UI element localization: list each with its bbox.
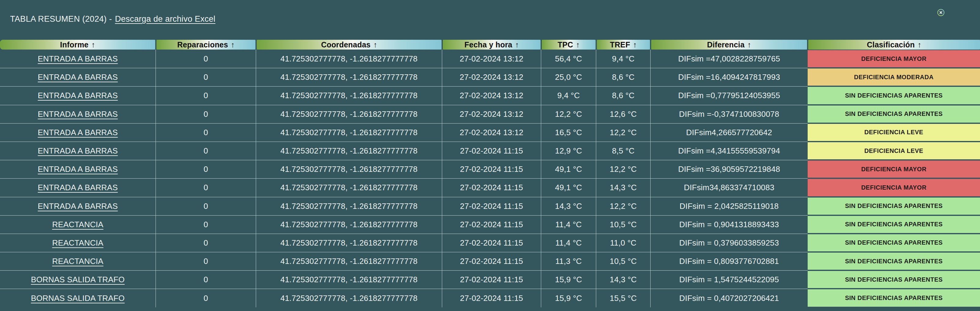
cell-tref: 10,5 °C [596, 252, 651, 270]
page: TABLA RESUMEN (2024) - Descarga de archi… [0, 0, 980, 311]
cell-reparaciones: 0 [156, 234, 256, 252]
cell-tpc: 25,0 °C [541, 68, 596, 86]
cell-reparaciones: 0 [156, 197, 256, 215]
cell-tref: 12,2 °C [596, 160, 651, 178]
status-badge: DEFICIENCIA MODERADA [808, 69, 980, 86]
cell-informe: BORNAS SALIDA TRAFO [0, 289, 156, 307]
column-header-informe[interactable]: Informe↑ [0, 40, 155, 49]
cell-diferencia: DIFsim = 2,0425825119018 [651, 197, 808, 215]
cell-diferencia: DIFsim34,863374710083 [651, 178, 808, 197]
cell-fecha: 27-02-2024 11:15 [442, 160, 541, 178]
cell-tref: 15,5 °C [596, 289, 651, 307]
status-badge: DEFICIENCIA MAYOR [808, 161, 980, 178]
cell-reparaciones: 0 [156, 252, 256, 270]
cell-diferencia: DIFsim = 1,5475244522095 [651, 270, 808, 289]
cell-diferencia: DIFsim =4,34155559539794 [651, 142, 808, 160]
cell-coordenadas: 41.725302777778, -1.2618277777778 [256, 49, 442, 68]
column-label: Fecha y hora [465, 40, 512, 49]
cell-fecha: 27-02-2024 13:12 [442, 68, 541, 86]
cell-clasificacion: SIN DEFICIENCIAS APARENTES [808, 215, 980, 234]
column-label: Reparaciones [177, 40, 228, 49]
cell-coordenadas: 41.725302777778, -1.2618277777778 [256, 197, 442, 215]
cell-reparaciones: 0 [156, 86, 256, 105]
cell-coordenadas: 41.725302777778, -1.2618277777778 [256, 178, 442, 197]
page-title-text: TABLA RESUMEN (2024) - [10, 14, 112, 24]
cell-informe: ENTRADA A BARRAS [0, 123, 156, 142]
cell-coordenadas: 41.725302777778, -1.2618277777778 [256, 215, 442, 234]
cell-reparaciones: 0 [156, 289, 256, 307]
cell-diferencia: DIFsim4,266577720642 [651, 123, 808, 142]
status-badge: SIN DEFICIENCIAS APARENTES [808, 87, 980, 104]
cell-informe: ENTRADA A BARRAS [0, 160, 156, 178]
informe-link[interactable]: REACTANCIA [52, 220, 103, 230]
cell-tpc: 11,4 °C [541, 215, 596, 234]
close-button[interactable] [937, 8, 945, 16]
cell-tref: 12,6 °C [596, 105, 651, 123]
cell-reparaciones: 0 [156, 215, 256, 234]
column-header-coordenadas[interactable]: Coordenadas↑ [257, 40, 442, 49]
column-header-clasificacion[interactable]: Clasificación↑ [808, 40, 980, 49]
column-header-diferencia[interactable]: Diferencia↑ [651, 40, 807, 49]
cell-informe: ENTRADA A BARRAS [0, 142, 156, 160]
cell-diferencia: DIFsim = 0,9041318893433 [651, 215, 808, 234]
informe-link[interactable]: REACTANCIA [52, 257, 103, 266]
column-label: Clasificación [867, 40, 915, 49]
status-badge: SIN DEFICIENCIAS APARENTES [808, 253, 980, 270]
informe-link[interactable]: REACTANCIA [52, 238, 103, 248]
sort-asc-icon: ↑ [374, 40, 377, 49]
cell-tref: 14,3 °C [596, 270, 651, 289]
cell-informe: ENTRADA A BARRAS [0, 105, 156, 123]
cell-tref: 12,2 °C [596, 197, 651, 215]
cell-tref: 8,5 °C [596, 142, 651, 160]
cell-informe: BORNAS SALIDA TRAFO [0, 270, 156, 289]
status-badge: DEFICIENCIA MAYOR [808, 179, 980, 196]
cell-reparaciones: 0 [156, 270, 256, 289]
cell-tref: 9,4 °C [596, 49, 651, 68]
cell-clasificacion: DEFICIENCIA MODERADA [808, 68, 980, 86]
table-row: REACTANCIA041.725302777778, -1.261827777… [0, 215, 980, 234]
table-row: ENTRADA A BARRAS041.725302777778, -1.261… [0, 197, 980, 215]
status-badge: SIN DEFICIENCIAS APARENTES [808, 234, 980, 251]
informe-link[interactable]: ENTRADA A BARRAS [38, 110, 118, 119]
table-row: ENTRADA A BARRAS041.725302777778, -1.261… [0, 49, 980, 68]
cell-informe: ENTRADA A BARRAS [0, 49, 156, 68]
status-badge: SIN DEFICIENCIAS APARENTES [808, 216, 980, 233]
informe-link[interactable]: ENTRADA A BARRAS [38, 128, 118, 137]
cell-clasificacion: DEFICIENCIA LEVE [808, 142, 980, 160]
cell-fecha: 27-02-2024 11:15 [442, 289, 541, 307]
cell-coordenadas: 41.725302777778, -1.2618277777778 [256, 123, 442, 142]
column-label: Coordenadas [321, 40, 371, 49]
informe-link[interactable]: BORNAS SALIDA TRAFO [31, 275, 125, 284]
status-badge: DEFICIENCIA LEVE [808, 142, 980, 159]
informe-link[interactable]: BORNAS SALIDA TRAFO [31, 293, 125, 303]
column-label: TPC [558, 40, 573, 49]
informe-link[interactable]: ENTRADA A BARRAS [38, 164, 118, 174]
cell-tref: 11,0 °C [596, 234, 651, 252]
circle-x-icon [937, 8, 945, 16]
status-badge: SIN DEFICIENCIAS APARENTES [808, 105, 980, 123]
cell-clasificacion: SIN DEFICIENCIAS APARENTES [808, 234, 980, 252]
excel-download-link[interactable]: Descarga de archivo Excel [115, 14, 215, 24]
informe-link[interactable]: ENTRADA A BARRAS [38, 54, 118, 64]
column-header-tpc[interactable]: TPC↑ [542, 40, 596, 49]
column-header-tref[interactable]: TREF↑ [597, 40, 650, 49]
cell-fecha: 27-02-2024 11:15 [442, 197, 541, 215]
cell-tpc: 16,5 °C [541, 123, 596, 142]
informe-link[interactable]: ENTRADA A BARRAS [38, 146, 118, 156]
cell-coordenadas: 41.725302777778, -1.2618277777778 [256, 142, 442, 160]
sort-asc-icon: ↑ [918, 40, 922, 49]
informe-link[interactable]: ENTRADA A BARRAS [38, 91, 118, 100]
cell-reparaciones: 0 [156, 105, 256, 123]
column-header-fecha[interactable]: Fecha y hora↑ [443, 40, 541, 49]
cell-informe: ENTRADA A BARRAS [0, 178, 156, 197]
cell-clasificacion: DEFICIENCIA LEVE [808, 123, 980, 142]
informe-link[interactable]: ENTRADA A BARRAS [38, 72, 118, 82]
informe-link[interactable]: ENTRADA A BARRAS [38, 183, 118, 192]
cell-informe: REACTANCIA [0, 215, 156, 234]
cell-informe: ENTRADA A BARRAS [0, 68, 156, 86]
informe-link[interactable]: ENTRADA A BARRAS [38, 201, 118, 211]
column-header-reparaciones[interactable]: Reparaciones↑ [156, 40, 256, 49]
cell-diferencia: DIFsim = 0,4072027206421 [651, 289, 808, 307]
cell-reparaciones: 0 [156, 160, 256, 178]
status-badge: SIN DEFICIENCIAS APARENTES [808, 198, 980, 215]
